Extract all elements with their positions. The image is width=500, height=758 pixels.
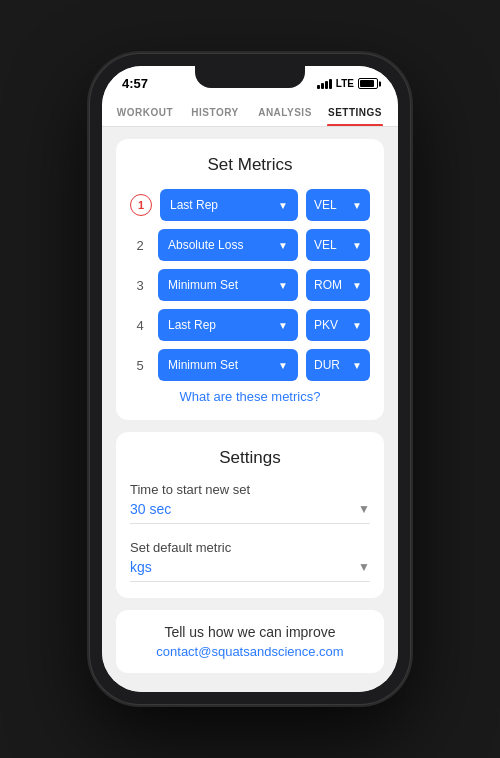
type-arrow-4: ▼ (352, 320, 362, 331)
type-arrow-3: ▼ (352, 280, 362, 291)
settings-row-metric: Set default metric kgs ▼ (130, 540, 370, 582)
status-time: 4:57 (122, 76, 148, 91)
metric-number-3: 3 (130, 278, 150, 293)
phone-screen: 4:57 LTE WORKOUT HISTORY ANALYSIS SETTIN… (102, 66, 398, 692)
type-arrow-5: ▼ (352, 360, 362, 371)
tab-history[interactable]: HISTORY (180, 97, 250, 126)
metric-type-dropdown-4[interactable]: PKV ▼ (306, 309, 370, 341)
metric-label-2: Absolute Loss (168, 238, 243, 252)
metric-row-2: 2 Absolute Loss ▼ VEL ▼ (130, 229, 370, 261)
settings-title: Settings (130, 448, 370, 468)
dropdown-arrow-1: ▼ (278, 200, 288, 211)
settings-value-time: 30 sec (130, 501, 171, 517)
status-icons: LTE (317, 78, 378, 89)
metric-dropdown-1[interactable]: Last Rep ▼ (160, 189, 298, 221)
signal-icon (317, 79, 332, 89)
settings-row-time: Time to start new set 30 sec ▼ (130, 482, 370, 524)
metric-label-1: Last Rep (170, 198, 218, 212)
metric-row-3: 3 Minimum Set ▼ ROM ▼ (130, 269, 370, 301)
metric-type-label-1: VEL (314, 198, 337, 212)
settings-label-time: Time to start new set (130, 482, 370, 497)
settings-value-row-time[interactable]: 30 sec ▼ (130, 501, 370, 524)
metric-label-5: Minimum Set (168, 358, 238, 372)
settings-value-metric: kgs (130, 559, 152, 575)
settings-arrow-metric: ▼ (358, 560, 370, 574)
type-arrow-2: ▼ (352, 240, 362, 251)
metric-number-5: 5 (130, 358, 150, 373)
footer-card: Tell us how we can improve contact@squat… (116, 610, 384, 673)
battery-icon (358, 78, 378, 89)
metric-type-dropdown-3[interactable]: ROM ▼ (306, 269, 370, 301)
metric-number-2: 2 (130, 238, 150, 253)
metric-number-1: 1 (130, 194, 152, 216)
metric-number-4: 4 (130, 318, 150, 333)
main-content: Set Metrics 1 Last Rep ▼ VEL ▼ (102, 127, 398, 692)
metric-type-label-2: VEL (314, 238, 337, 252)
metric-type-label-5: DUR (314, 358, 340, 372)
metric-dropdown-5[interactable]: Minimum Set ▼ (158, 349, 298, 381)
footer-title: Tell us how we can improve (130, 624, 370, 640)
dropdown-arrow-3: ▼ (278, 280, 288, 291)
dropdown-arrow-5: ▼ (278, 360, 288, 371)
metric-type-label-4: PKV (314, 318, 338, 332)
tab-settings[interactable]: SETTINGS (320, 97, 390, 126)
status-bar: 4:57 LTE (102, 66, 398, 97)
settings-label-metric: Set default metric (130, 540, 370, 555)
metric-type-dropdown-2[interactable]: VEL ▼ (306, 229, 370, 261)
footer-email[interactable]: contact@squatsandscience.com (130, 644, 370, 659)
notch (195, 66, 305, 88)
metric-label-3: Minimum Set (168, 278, 238, 292)
metric-row-4: 4 Last Rep ▼ PKV ▼ (130, 309, 370, 341)
metric-type-label-3: ROM (314, 278, 342, 292)
set-metrics-card: Set Metrics 1 Last Rep ▼ VEL ▼ (116, 139, 384, 420)
metric-type-dropdown-5[interactable]: DUR ▼ (306, 349, 370, 381)
metric-dropdown-3[interactable]: Minimum Set ▼ (158, 269, 298, 301)
type-arrow-1: ▼ (352, 200, 362, 211)
nav-tabs: WORKOUT HISTORY ANALYSIS SETTINGS (102, 97, 398, 127)
settings-value-row-metric[interactable]: kgs ▼ (130, 559, 370, 582)
metric-type-dropdown-1[interactable]: VEL ▼ (306, 189, 370, 221)
help-link[interactable]: What are these metrics? (130, 389, 370, 404)
dropdown-arrow-4: ▼ (278, 320, 288, 331)
metric-dropdown-4[interactable]: Last Rep ▼ (158, 309, 298, 341)
settings-card: Settings Time to start new set 30 sec ▼ … (116, 432, 384, 598)
tab-workout[interactable]: WORKOUT (110, 97, 180, 126)
tab-analysis[interactable]: ANALYSIS (250, 97, 320, 126)
metric-label-4: Last Rep (168, 318, 216, 332)
phone-frame: 4:57 LTE WORKOUT HISTORY ANALYSIS SETTIN… (90, 54, 410, 704)
lte-label: LTE (336, 78, 354, 89)
settings-arrow-time: ▼ (358, 502, 370, 516)
metric-row-1: 1 Last Rep ▼ VEL ▼ (130, 189, 370, 221)
dropdown-arrow-2: ▼ (278, 240, 288, 251)
set-metrics-title: Set Metrics (130, 155, 370, 175)
metric-row-5: 5 Minimum Set ▼ DUR ▼ (130, 349, 370, 381)
metric-dropdown-2[interactable]: Absolute Loss ▼ (158, 229, 298, 261)
